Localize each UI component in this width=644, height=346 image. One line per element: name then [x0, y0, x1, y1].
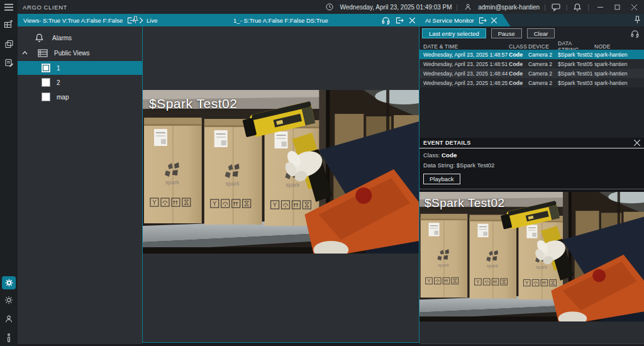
collapse-chevron-icon[interactable] — [18, 51, 31, 55]
col-header: NODE — [594, 43, 644, 50]
cell-node: spark-hantien — [594, 52, 644, 58]
cell-device: Camera 2 — [528, 61, 557, 67]
cell-datetime: Wednesday, April 23, 2025 1:48:51 PM — [423, 61, 508, 67]
cell-node: spark-hantien — [594, 61, 644, 67]
maximize-button[interactable] — [611, 2, 623, 12]
report-edit-icon[interactable] — [0, 54, 18, 70]
ai-service-monitor-tab[interactable]: AI Service Monitor — [419, 14, 511, 26]
views-tree: Alarms Public Views 12map — [18, 26, 142, 344]
ai-headset-icon[interactable] — [382, 16, 390, 25]
video-wall-icon[interactable] — [0, 16, 18, 33]
event-row[interactable]: Wednesday, April 23, 2025 1:48:44 PMCode… — [419, 69, 644, 78]
datetime-text: Wednesday, April 23, 2025 01:49:03 PM — [340, 4, 452, 11]
event-data-string-line: Data String: $Spark Test02 — [419, 159, 644, 169]
live-view-title: 1_- S:True A:False F:False DS:True — [143, 17, 419, 24]
view-thumbnail — [42, 78, 50, 87]
title-bar: ARGO CLIENT Wednesday, April 23, 2025 01… — [18, 0, 644, 14]
close-tab-icon[interactable] — [491, 18, 497, 23]
tree-item-label: 1 — [57, 65, 60, 72]
alarm-bell-icon — [35, 33, 43, 42]
close-view-icon[interactable] — [409, 18, 415, 23]
live-view-header: Live 1_- S:True A:False F:False DS:True — [143, 14, 419, 26]
pin-icon[interactable] — [635, 16, 640, 24]
ai-services-button-active[interactable] — [2, 276, 16, 289]
pause-button[interactable]: Pause — [491, 28, 522, 38]
pin-icon[interactable] — [133, 16, 138, 24]
tree-item-2[interactable]: 2 — [18, 75, 142, 89]
cell-data_string: $Spark Test05 — [558, 61, 593, 67]
col-header: DATE & TIME — [423, 43, 508, 50]
tree-item-1[interactable]: 1 — [18, 61, 142, 75]
public-views-label: Public Views — [54, 50, 90, 57]
col-header: CLASS — [509, 43, 527, 50]
close-event-details-icon[interactable] — [634, 140, 640, 146]
user-icon[interactable] — [0, 311, 18, 327]
events-table-header: DATE & TIME CLASS DEVICE DATA STRING NOD… — [419, 40, 644, 50]
event-overlay-text: $Spark Test02 — [425, 196, 505, 210]
undock-icon[interactable] — [396, 17, 404, 24]
layouts-copy-icon[interactable] — [0, 35, 18, 52]
cell-class: Code — [509, 70, 527, 77]
ai-service-monitor-panel: AI Service Monitor Last entry selected P… — [419, 14, 644, 344]
view-tree-items: 12map — [18, 61, 142, 104]
cell-datetime: Wednesday, April 23, 2025 1:48:25 PM — [423, 80, 508, 86]
chat-icon[interactable] — [550, 2, 562, 12]
tree-node-public-views[interactable]: Public Views — [18, 45, 142, 60]
user-icon-small — [462, 2, 474, 12]
hamburger-menu-icon[interactable] — [0, 0, 18, 14]
event-class-value: Code — [441, 152, 457, 159]
tree-item-label: 2 — [57, 79, 60, 86]
app-title: ARGO CLIENT — [23, 4, 67, 11]
minimize-button[interactable] — [594, 2, 606, 12]
event-video-frame — [419, 192, 644, 321]
live-mode-label: Live — [147, 17, 157, 24]
alarms-label: Alarms — [52, 35, 72, 42]
info-icon[interactable] — [0, 330, 18, 346]
event-row[interactable]: Wednesday, April 23, 2025 1:48:57 PMCode… — [419, 50, 644, 59]
monitor-toolbar: Last entry selected Pause Clear — [419, 26, 644, 40]
notifications-bell-icon[interactable] — [572, 2, 583, 12]
clock-icon — [324, 2, 335, 12]
live-video-area[interactable]: $Spark Test02 — [143, 26, 419, 342]
cell-class: Code — [509, 80, 527, 86]
monitor-tabstrip: AI Service Monitor — [419, 14, 644, 26]
live-overlay-text: $Spark Test02 — [149, 96, 237, 111]
undock-icon[interactable] — [479, 17, 487, 24]
tree-item-map[interactable]: map — [18, 90, 142, 104]
cell-data_string: $Spark Test01 — [558, 70, 593, 77]
cell-class: Code — [509, 52, 527, 58]
event-row[interactable]: Wednesday, April 23, 2025 1:48:25 PMCode… — [419, 78, 644, 87]
events-table-body: Wednesday, April 23, 2025 1:48:57 PMCode… — [419, 50, 644, 87]
cell-device: Camera 2 — [528, 70, 557, 77]
last-entry-selected-button[interactable]: Last entry selected — [422, 28, 486, 38]
left-icon-rail — [0, 0, 18, 346]
cell-datetime: Wednesday, April 23, 2025 1:48:44 PM — [423, 70, 508, 77]
close-window-button[interactable] — [628, 2, 640, 12]
event-class-line: Class: Code — [419, 148, 644, 159]
event-details-title: EVENT DETAILS — [423, 140, 471, 146]
event-row[interactable]: Wednesday, April 23, 2025 1:48:51 PMCode… — [419, 59, 644, 69]
settings-gear-icon[interactable] — [0, 292, 18, 308]
view-thumbnail — [42, 92, 50, 101]
cell-datetime: Wednesday, April 23, 2025 1:48:57 PM — [423, 52, 508, 58]
divider — [419, 189, 644, 189]
live-view-panel: Live 1_- S:True A:False F:False DS:True … — [142, 14, 419, 343]
cell-node: spark-hantien — [594, 80, 644, 86]
event-playback-video[interactable]: $Spark Test02 — [419, 192, 644, 321]
tree-item-label: map — [57, 94, 69, 101]
event-data-string-value: $Spark Test02 — [457, 162, 495, 169]
tree-node-alarms[interactable]: Alarms — [18, 30, 142, 45]
cell-class: Code — [509, 61, 527, 67]
monitor-tab-title: AI Service Monitor — [425, 17, 474, 24]
event-details-section: EVENT DETAILS Class: Code Data String: $… — [419, 138, 644, 192]
monitor-footer — [419, 321, 644, 344]
views-tab-title: Views- S:True V:True A:False F:False — [23, 17, 123, 24]
cell-device: Camera 2 — [528, 80, 557, 86]
playback-button[interactable]: Playback — [423, 174, 460, 184]
cell-data_string: $Spark Test03 — [558, 80, 593, 86]
live-video-frame — [143, 90, 419, 254]
clear-button[interactable]: Clear — [527, 28, 555, 38]
ai-headset-icon[interactable] — [631, 30, 639, 38]
cell-node: spark-hantien — [594, 70, 644, 77]
logged-in-user: admin@spark-hantien — [478, 4, 540, 11]
